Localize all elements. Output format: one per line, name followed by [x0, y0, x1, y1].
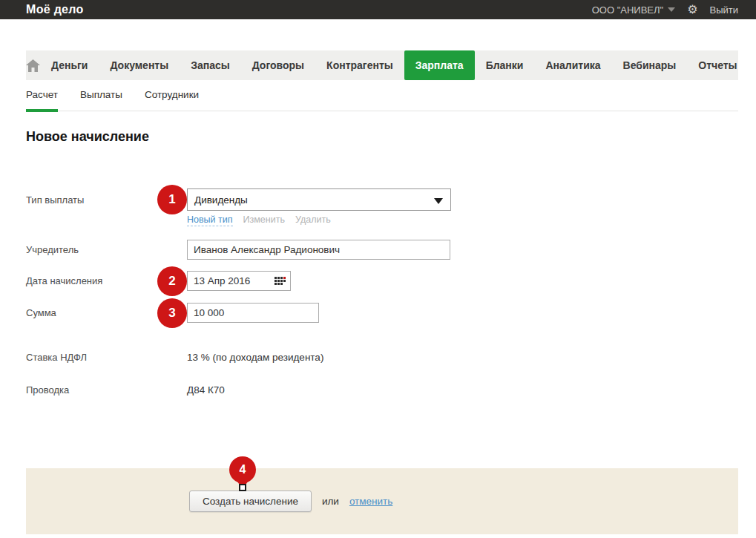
- subnav-tab-payments[interactable]: Выплаты: [80, 88, 122, 111]
- page-title: Новое начисление: [26, 129, 738, 145]
- nav-tab-counterparties[interactable]: Контрагенты: [315, 50, 404, 80]
- select-arrow-icon: [434, 198, 443, 204]
- nav-tab-documents[interactable]: Документы: [99, 50, 180, 80]
- brand-logo[interactable]: Моё дело: [26, 3, 84, 16]
- main-nav: Деньги Документы Запасы Договоры Контраг…: [26, 50, 738, 80]
- step-badge-4: 4: [229, 456, 256, 483]
- payment-type-select[interactable]: Дивиденды: [187, 188, 451, 211]
- step-badge-1: 1: [157, 185, 187, 214]
- nav-tab-money[interactable]: Деньги: [40, 50, 99, 80]
- logout-link[interactable]: Выйти: [710, 4, 739, 16]
- nav-tab-webinars[interactable]: Вебинары: [612, 50, 688, 80]
- sub-nav: Расчет Выплаты Сотрудники: [26, 88, 738, 111]
- posting-value: Д84 К70: [187, 384, 225, 396]
- ndfl-rate-row: Ставка НДФЛ 13 % (по доходам резидента): [26, 350, 738, 364]
- calendar-icon[interactable]: [275, 277, 286, 285]
- delete-type-link[interactable]: Удалить: [295, 214, 331, 226]
- company-selector[interactable]: ООО "АНИВЕЛ": [592, 4, 675, 16]
- accrual-date-row: Дата начисления 2: [26, 271, 738, 291]
- payment-type-value: Дивиденды: [194, 194, 248, 206]
- new-type-link[interactable]: Новый тип: [187, 214, 233, 226]
- step-badge-3: 3: [157, 298, 187, 328]
- edit-type-link[interactable]: Изменить: [243, 214, 285, 226]
- founder-label: Учредитель: [26, 244, 187, 255]
- nav-tab-stock[interactable]: Запасы: [180, 50, 241, 80]
- company-name: ООО "АНИВЕЛ": [592, 4, 663, 16]
- badge-anchor-marker: [239, 484, 246, 491]
- footer-actions: Создать начисление или отменить: [189, 491, 392, 512]
- main-content: Новое начисление Тип выплаты 1 Дивиденды…: [26, 129, 738, 416]
- step-badge-2: 2: [157, 266, 187, 296]
- chevron-down-icon: [668, 7, 675, 12]
- payment-type-row: Тип выплаты 1 Дивиденды: [26, 188, 738, 211]
- nav-tab-bureau[interactable]: Бюро: [749, 50, 756, 80]
- amount-input[interactable]: [187, 303, 319, 323]
- accrual-form: Тип выплаты 1 Дивиденды Новый тип Измени…: [26, 188, 738, 396]
- nav-tab-analytics[interactable]: Аналитика: [534, 50, 611, 80]
- home-icon: [26, 59, 40, 72]
- or-text: или: [322, 496, 339, 507]
- posting-label: Проводка: [26, 384, 187, 396]
- top-bar: Моё дело ООО "АНИВЕЛ" ⚙ Выйти: [0, 0, 756, 19]
- nav-tab-home[interactable]: [26, 50, 40, 80]
- create-accrual-button[interactable]: Создать начисление: [189, 491, 312, 512]
- cancel-link[interactable]: отменить: [349, 496, 392, 507]
- nav-tab-reports[interactable]: Отчеты: [687, 50, 748, 80]
- nav-tab-forms[interactable]: Бланки: [475, 50, 535, 80]
- subnav-tab-employees[interactable]: Сотрудники: [145, 88, 199, 111]
- posting-row: Проводка Д84 К70: [26, 383, 738, 396]
- subnav-tab-calculation[interactable]: Расчет: [26, 88, 58, 111]
- footer-action-bar: 4 Создать начисление или отменить: [26, 468, 738, 534]
- nav-tab-salary[interactable]: Зарплата: [404, 50, 475, 80]
- page: Моё дело ООО "АНИВЕЛ" ⚙ Выйти Деньги Док…: [0, 0, 756, 538]
- amount-row: Сумма 3: [26, 303, 738, 323]
- ndfl-rate-value: 13 % (по доходам резидента): [187, 352, 323, 363]
- founder-input[interactable]: [187, 240, 450, 260]
- top-bar-right: ООО "АНИВЕЛ" ⚙ Выйти: [592, 4, 738, 16]
- payment-type-links: Новый тип Изменить Удалить: [187, 214, 738, 226]
- gear-icon[interactable]: ⚙: [687, 4, 697, 16]
- ndfl-rate-label: Ставка НДФЛ: [26, 352, 187, 363]
- founder-row: Учредитель: [26, 240, 738, 260]
- nav-tab-contracts[interactable]: Договоры: [241, 50, 315, 80]
- date-field-wrap: [187, 271, 291, 291]
